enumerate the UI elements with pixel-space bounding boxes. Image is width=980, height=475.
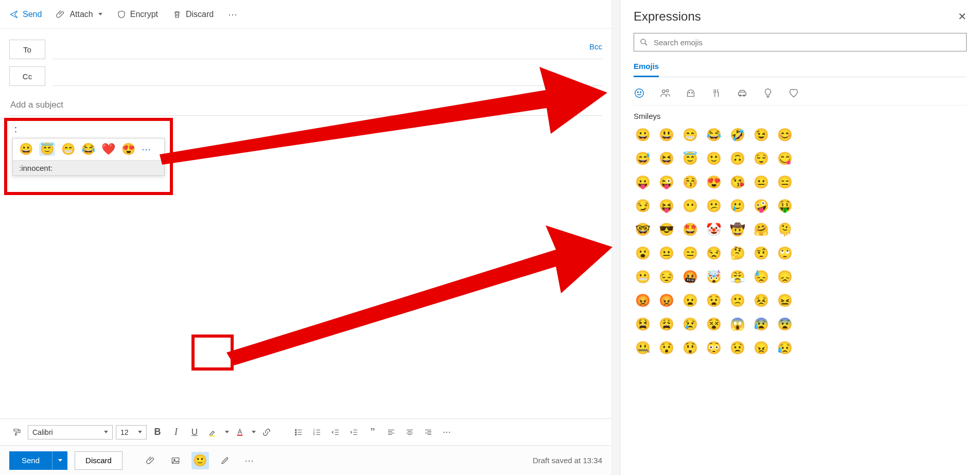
emoji-cell[interactable]: 🤐 [634, 339, 652, 357]
emoji-cell[interactable]: 😓 [752, 268, 771, 286]
tab-emojis[interactable]: Emojis [634, 59, 659, 77]
emoji-cell[interactable]: 🤨 [752, 244, 771, 262]
attach-button[interactable]: Attach [56, 10, 102, 19]
emoji-option[interactable]: 😁 [61, 143, 75, 156]
emoji-cell[interactable]: 😆 [657, 149, 676, 168]
category-symbols-icon[interactable] [788, 87, 799, 99]
emoji-cell[interactable]: 🤠 [728, 220, 747, 239]
bcc-link[interactable]: Bcc [589, 42, 602, 51]
emoji-cell[interactable]: 😳 [705, 339, 723, 357]
emoji-cell[interactable]: 😜 [657, 173, 676, 191]
send-quick-button[interactable]: Send [9, 10, 42, 19]
emoji-cell[interactable]: 😁 [681, 126, 699, 144]
subject-input[interactable] [9, 95, 602, 116]
emoji-cell[interactable]: 😀 [634, 126, 652, 144]
emoji-cell[interactable]: 😡 [657, 291, 676, 310]
emoji-cell[interactable]: 😍 [705, 173, 723, 191]
send-options-button[interactable] [52, 451, 67, 470]
font-family-select[interactable]: Calibri [28, 425, 113, 439]
align-right-button[interactable] [421, 425, 436, 440]
emoji-cell[interactable]: 😩 [657, 315, 676, 333]
emoji-cell[interactable]: 🙄 [776, 244, 794, 262]
emoji-cell[interactable]: 🤬 [681, 268, 699, 286]
emoji-cell[interactable]: 🤪 [752, 197, 771, 215]
emoji-option[interactable]: 😀 [19, 143, 33, 156]
emoji-cell[interactable]: 🙂 [705, 149, 723, 168]
font-size-select[interactable]: 12 [116, 425, 147, 439]
bold-button[interactable]: B [150, 425, 165, 440]
emoji-cell[interactable]: 🤩 [681, 220, 699, 239]
emoji-cell[interactable]: 🤔 [728, 244, 747, 262]
to-button[interactable]: To [9, 40, 45, 59]
more-format-button[interactable]: ⋯ [439, 425, 454, 440]
emoji-option[interactable]: 😂 [81, 143, 95, 156]
chevron-down-icon[interactable] [252, 431, 256, 433]
emoji-cell[interactable]: 😞 [776, 268, 794, 286]
emoji-cell[interactable]: 😘 [728, 173, 747, 191]
emoji-cell[interactable]: 😢 [681, 315, 699, 333]
category-animals-icon[interactable] [685, 87, 696, 99]
to-input[interactable] [52, 40, 602, 59]
emoji-cell[interactable]: 😂 [705, 126, 723, 144]
emoji-cell[interactable]: 😃 [657, 126, 676, 144]
bullet-list-button[interactable] [291, 425, 306, 440]
emoji-cell[interactable]: 😧 [705, 291, 723, 310]
align-center-button[interactable] [402, 425, 417, 440]
emoji-cell[interactable]: 😎 [657, 220, 676, 239]
attach-action-button[interactable] [142, 452, 160, 469]
emoji-cell[interactable]: 😟 [728, 339, 747, 357]
category-people-icon[interactable] [659, 87, 671, 99]
emoji-cell[interactable]: 😶 [681, 197, 699, 215]
emoji-cell[interactable]: 😑 [681, 244, 699, 262]
emoji-cell[interactable]: 😫 [634, 315, 652, 333]
discard-button[interactable]: Discard [75, 451, 122, 470]
emoji-cell[interactable]: 😌 [752, 149, 771, 168]
insert-emoji-button[interactable]: 🙂 [191, 452, 209, 469]
emoji-cell[interactable]: 🫠 [776, 220, 794, 239]
emoji-cell[interactable]: 🤯 [705, 268, 723, 286]
category-smileys-icon[interactable] [634, 87, 645, 99]
cc-input[interactable] [52, 66, 602, 86]
emoji-cell[interactable]: 😉 [752, 126, 771, 144]
emoji-cell[interactable]: 😚 [681, 173, 699, 191]
chevron-down-icon[interactable] [225, 431, 229, 433]
emoji-cell[interactable]: 😏 [634, 197, 652, 215]
emoji-option[interactable]: ❤️ [101, 143, 115, 156]
emoji-cell[interactable]: 🤡 [705, 220, 723, 239]
emoji-cell[interactable]: 🤓 [634, 220, 652, 239]
emoji-cell[interactable]: 😮 [634, 244, 652, 262]
emoji-option[interactable]: 😍 [121, 143, 135, 156]
send-button[interactable]: Send [9, 451, 52, 470]
emoji-cell[interactable]: 😵 [705, 315, 723, 333]
emoji-cell[interactable]: 🤑 [776, 197, 794, 215]
emoji-cell[interactable]: 😥 [776, 339, 794, 357]
number-list-button[interactable]: 123 [309, 425, 325, 440]
expressions-close-button[interactable]: ✕ [958, 10, 967, 23]
emoji-cell[interactable]: 😐 [752, 173, 771, 191]
italic-button[interactable]: I [168, 425, 184, 440]
emoji-cell[interactable]: 😇 [681, 149, 699, 168]
emoji-cell[interactable]: 😡 [634, 291, 652, 310]
align-left-button[interactable] [383, 425, 399, 440]
emoji-search-input[interactable] [654, 38, 961, 47]
emoji-cell[interactable]: 😲 [681, 339, 699, 357]
emoji-more-button[interactable]: ⋯ [142, 144, 151, 155]
emoji-cell[interactable]: 😣 [752, 291, 771, 310]
emoji-cell[interactable]: 😊 [776, 126, 794, 144]
emoji-cell[interactable]: 😛 [634, 173, 652, 191]
more-toolbar-button[interactable]: ⋯ [228, 9, 238, 20]
category-objects-icon[interactable] [762, 87, 774, 99]
emoji-cell[interactable]: 😕 [705, 197, 723, 215]
emoji-cell[interactable]: 🙁 [728, 291, 747, 310]
emoji-cell[interactable]: 😨 [776, 315, 794, 333]
indent-button[interactable] [346, 425, 362, 440]
emoji-cell[interactable]: 😤 [728, 268, 747, 286]
emoji-search-box[interactable] [634, 33, 967, 51]
outdent-button[interactable] [328, 425, 343, 440]
emoji-option[interactable]: 😇 [39, 143, 55, 156]
category-travel-icon[interactable] [737, 87, 748, 99]
emoji-cell[interactable]: 😒 [705, 244, 723, 262]
emoji-cell[interactable]: 😯 [657, 339, 676, 357]
emoji-cell[interactable]: 🤗 [752, 220, 771, 239]
more-actions-button[interactable]: ⋯ [241, 452, 258, 469]
